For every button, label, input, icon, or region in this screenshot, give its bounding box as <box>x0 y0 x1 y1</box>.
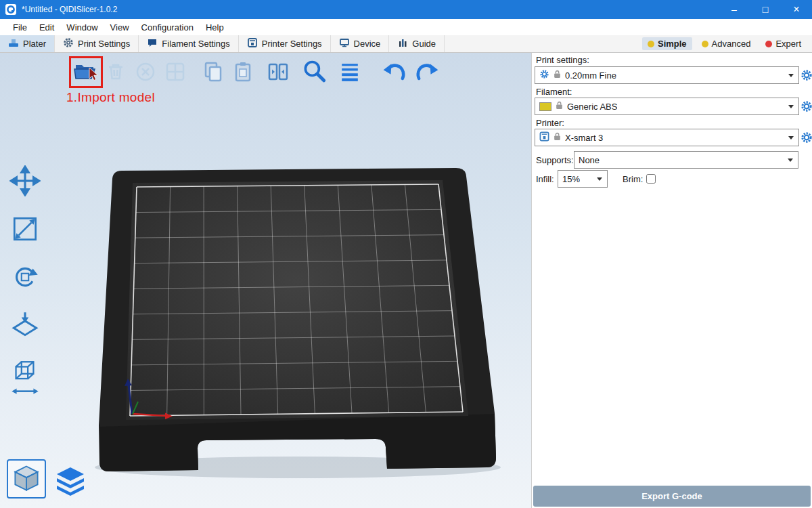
close-button[interactable]: × <box>781 0 812 19</box>
rotate-button[interactable] <box>8 260 42 294</box>
arrange-icon <box>162 58 189 85</box>
undo-button[interactable] <box>381 58 408 85</box>
delete-button[interactable] <box>102 58 129 85</box>
supports-combo[interactable]: None <box>574 151 798 169</box>
menu-help[interactable]: Help <box>200 20 230 35</box>
supports-value: None <box>579 155 600 165</box>
print-settings-gear-button[interactable] <box>800 68 812 82</box>
infill-value: 15% <box>562 174 580 184</box>
measure-button[interactable] <box>8 356 42 400</box>
tab-label: Guide <box>412 39 436 49</box>
layers-stack-icon <box>54 465 87 497</box>
menu-view[interactable]: View <box>104 20 135 35</box>
tab-print-settings[interactable]: Print Settings <box>55 35 139 52</box>
view-3d-button[interactable] <box>7 459 46 499</box>
lock-icon <box>556 101 563 112</box>
gear-icon <box>800 100 812 112</box>
menu-edit[interactable]: Edit <box>33 20 60 35</box>
tab-bar: Plater Print Settings Filament Settings … <box>0 35 812 53</box>
undo-arrow-icon <box>381 57 408 87</box>
tab-device[interactable]: Device <box>331 35 390 52</box>
filament-gear-button[interactable] <box>800 100 812 113</box>
device-icon <box>339 37 350 50</box>
paste-icon <box>229 58 256 85</box>
cursor-icon <box>89 67 100 84</box>
print-settings-label: Print settings: <box>536 55 589 65</box>
window-title: *Untitled - QIDISlicer-1.0.2 <box>22 5 117 14</box>
mode-label: Expert <box>775 39 801 49</box>
printer-icon <box>539 131 549 144</box>
search-button[interactable] <box>301 58 328 85</box>
tab-plater[interactable]: Plater <box>0 35 55 52</box>
mode-expert[interactable]: Expert <box>760 37 807 50</box>
brim-checkbox[interactable] <box>646 174 656 184</box>
mode-switcher: Simple Advanced Expert <box>642 35 812 52</box>
variable-layer-height-button[interactable] <box>336 58 363 85</box>
mode-advanced[interactable]: Advanced <box>696 37 757 50</box>
paste-button[interactable] <box>229 58 256 85</box>
mode-label: Simple <box>658 39 687 49</box>
place-on-face-button[interactable] <box>8 308 42 342</box>
split-objects-button[interactable] <box>265 58 292 85</box>
title-bar: *Untitled - QIDISlicer-1.0.2 – □ × <box>0 0 812 19</box>
printer-combo[interactable]: X-smart 3 <box>535 129 799 146</box>
delete-all-icon <box>132 58 159 85</box>
chevron-down-icon <box>597 177 602 181</box>
menu-file[interactable]: File <box>7 20 33 35</box>
plater-icon <box>8 37 19 50</box>
app-logo-icon <box>5 4 16 15</box>
tab-filament-settings[interactable]: Filament Settings <box>139 35 238 52</box>
chevron-down-icon <box>788 158 793 162</box>
delete-all-button[interactable] <box>132 58 159 85</box>
menu-window[interactable]: Window <box>60 20 104 35</box>
redo-button[interactable] <box>413 58 441 85</box>
settings-panel: Print settings: 0.20mm Fine Filament: Ge… <box>531 53 812 508</box>
chevron-down-icon <box>788 105 794 108</box>
gear-icon <box>63 37 74 50</box>
filament-value: Generic ABS <box>567 102 617 112</box>
tab-label: Device <box>354 39 381 49</box>
tab-label: Print Settings <box>78 39 130 49</box>
tab-printer-settings[interactable]: Printer Settings <box>239 35 331 52</box>
redo-arrow-icon <box>413 57 441 87</box>
rotate-icon <box>9 261 41 293</box>
printer-gear-button[interactable] <box>800 131 812 144</box>
menu-configuration[interactable]: Configuration <box>135 20 200 35</box>
filament-combo[interactable]: Generic ABS <box>535 98 799 115</box>
gear-icon <box>539 69 549 81</box>
maximize-button[interactable]: □ <box>750 0 781 19</box>
minimize-button[interactable]: – <box>719 0 750 19</box>
tab-label: Printer Settings <box>262 39 322 49</box>
filament-icon <box>147 37 158 50</box>
simple-mode-dot-icon <box>648 41 654 47</box>
scale-button[interactable] <box>8 212 42 246</box>
arrange-button[interactable] <box>162 58 189 85</box>
copy-icon <box>200 58 227 85</box>
import-model-annotation: 1.Import model <box>66 90 155 105</box>
scale-icon <box>9 213 41 245</box>
printer-icon <box>247 37 258 50</box>
move-button[interactable] <box>8 164 42 198</box>
move-icon <box>9 165 41 196</box>
infill-combo[interactable]: 15% <box>558 170 608 188</box>
layer-lines-icon <box>336 57 363 87</box>
place-on-face-icon <box>9 310 41 341</box>
infill-label: Infill: <box>536 174 554 184</box>
supports-label: Supports: <box>536 155 574 165</box>
guide-icon <box>397 37 408 50</box>
tab-guide[interactable]: Guide <box>389 35 445 52</box>
app-window: *Untitled - QIDISlicer-1.0.2 – □ × File … <box>0 0 812 508</box>
viewport-3d[interactable]: 1.Import model <box>0 53 531 508</box>
print-settings-combo[interactable]: 0.20mm Fine <box>535 66 799 84</box>
copy-button[interactable] <box>200 58 227 85</box>
mode-label: Advanced <box>712 39 751 49</box>
lock-icon <box>554 70 561 81</box>
view-preview-button[interactable] <box>53 463 88 499</box>
print-bed <box>0 53 531 508</box>
filament-color-swatch <box>539 102 551 111</box>
gear-icon <box>800 69 812 81</box>
mode-simple[interactable]: Simple <box>642 37 692 50</box>
plater-toolbar <box>71 58 441 85</box>
gear-icon <box>800 131 812 144</box>
export-gcode-button[interactable]: Export G-code <box>533 486 811 507</box>
